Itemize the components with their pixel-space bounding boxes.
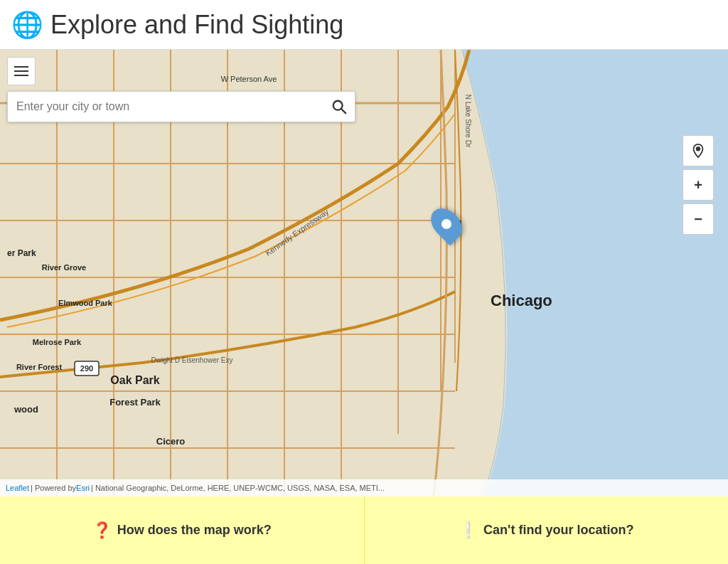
leaflet-link[interactable]: Leaflet — [6, 484, 29, 492]
svg-text:Elmwood Park: Elmwood Park — [58, 299, 113, 307]
page-footer: ❓ How does the map work? ❕ Can't find yo… — [0, 496, 728, 564]
zoom-in-button[interactable]: + — [682, 169, 714, 201]
page-title: Explore and Find Sighting — [50, 10, 343, 40]
svg-text:290: 290 — [80, 364, 93, 373]
exclamation-icon: ❕ — [459, 521, 478, 540]
search-input[interactable] — [8, 100, 323, 113]
map-marker — [434, 206, 459, 242]
svg-line-37 — [341, 109, 346, 113]
attribution-rest: | National Geographic, DeLorme, HERE, UN… — [91, 484, 385, 492]
location-help-button[interactable]: ❕ Can't find your location? — [365, 496, 729, 564]
hamburger-line — [14, 75, 28, 76]
page-header: 🌐 Explore and Find Sighting — [0, 0, 728, 50]
question-icon: ❓ — [92, 521, 112, 540]
map-help-button[interactable]: ❓ How does the map work? — [0, 496, 365, 564]
svg-text:Melrose Park: Melrose Park — [33, 338, 82, 346]
globe-icon: 🌐 — [11, 10, 43, 40]
locate-button[interactable] — [682, 135, 714, 166]
svg-text:River Forest: River Forest — [16, 363, 63, 371]
map-help-label: How does the map work? — [117, 523, 272, 538]
svg-text:wood: wood — [14, 404, 38, 415]
svg-text:Forest Park: Forest Park — [109, 397, 161, 408]
map-controls: + − — [682, 135, 714, 235]
svg-text:Cicero: Cicero — [156, 436, 186, 447]
zoom-out-button[interactable]: − — [682, 203, 714, 235]
svg-text:W Peterson Ave: W Peterson Ave — [221, 75, 277, 83]
attribution-separator: | Powered by — [31, 484, 76, 492]
search-bar — [7, 91, 355, 122]
locate-icon — [690, 143, 706, 159]
search-icon — [331, 99, 347, 115]
svg-text:Chicago: Chicago — [491, 292, 552, 309]
hamburger-line — [14, 66, 28, 68]
esri-link[interactable]: Esri — [76, 484, 90, 492]
map-attribution: Leaflet | Powered by Esri | National Geo… — [0, 479, 728, 496]
svg-text:Oak Park: Oak Park — [110, 374, 159, 386]
hamburger-line — [14, 70, 28, 72]
map-container[interactable]: 41 290 Harwood W Peterson Ave Kennedy Ex… — [0, 50, 728, 496]
location-help-label: Can't find your location? — [483, 523, 633, 538]
svg-point-38 — [697, 147, 700, 151]
menu-button[interactable] — [7, 57, 36, 85]
svg-text:Dwight D Eisenhower Exy: Dwight D Eisenhower Exy — [151, 356, 232, 364]
svg-text:er Park: er Park — [7, 248, 36, 258]
search-button[interactable] — [323, 91, 355, 122]
svg-text:N Lake Shore Dr: N Lake Shore Dr — [464, 95, 472, 148]
svg-text:River Grove: River Grove — [42, 263, 86, 272]
